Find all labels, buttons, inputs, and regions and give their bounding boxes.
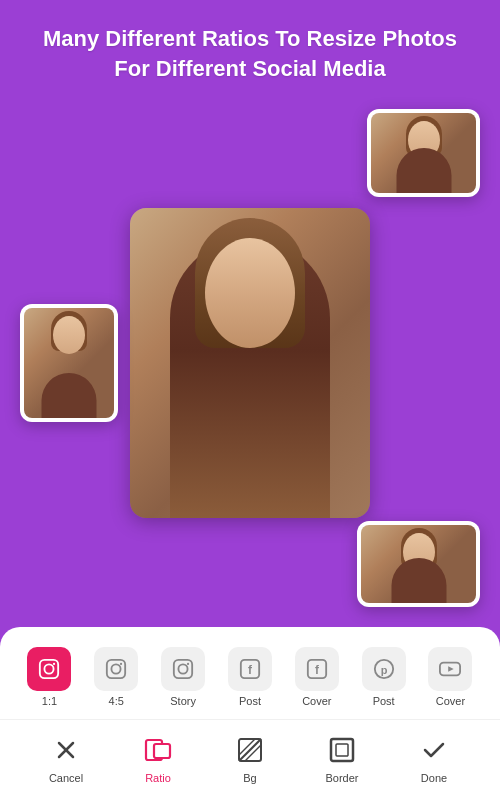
diagonal-pattern-icon [237,737,263,763]
border-icon [324,732,360,768]
bg-icon [232,732,268,768]
ratio-tool-label: Ratio [145,772,171,784]
border-button[interactable]: Border [312,732,372,784]
svg-marker-16 [449,666,455,672]
svg-rect-26 [336,744,348,756]
svg-text:f: f [248,663,252,677]
svg-text:f: f [315,663,319,677]
ratio-label-fb-cover: Cover [302,695,331,707]
svg-point-2 [53,663,55,665]
ratio-item-4-5[interactable]: 4:5 [94,647,138,707]
ratio-icon-pin-post: p [362,647,406,691]
youtube-icon [439,658,461,680]
ratio-icon-yt-cover [428,647,472,691]
done-label: Done [421,772,447,784]
svg-rect-3 [107,660,125,678]
ratio-label-4-5: 4:5 [109,695,124,707]
ratio-label-fb-post: Post [239,695,261,707]
ratio-icon-fb-post: f [228,647,272,691]
ratio-icon-1-1 [27,647,71,691]
facebook-icon-cover: f [306,658,328,680]
photo-collage-area [0,99,500,627]
card-face [53,316,85,354]
ratio-label-pin-post: Post [373,695,395,707]
check-icon [421,737,447,763]
ratio-label-1-1: 1:1 [42,695,57,707]
svg-rect-25 [331,739,353,761]
photo-card-top-right-inner [371,113,476,193]
ratio-tool-icon [144,736,172,764]
header-title: Many Different Ratios To Resize Photos F… [30,24,470,83]
ratio-label-story: Story [170,695,196,707]
bottom-panel: 1:1 4:5 Story [0,627,500,800]
ratio-item-fb-cover[interactable]: f Cover [295,647,339,707]
ratio-icon-story [161,647,205,691]
card-body [391,558,446,603]
ratio-item-yt-cover[interactable]: Cover [428,647,472,707]
instagram-icon-story [172,658,194,680]
ratio-icon-4-5 [94,647,138,691]
border-tool-icon [329,737,355,763]
svg-rect-0 [40,660,58,678]
ratio-button[interactable]: Ratio [128,732,188,784]
photo-card-top-right [367,109,480,197]
ratio-item-1-1[interactable]: 1:1 [27,647,71,707]
ratio-item-fb-post[interactable]: f Post [228,647,272,707]
pinterest-icon: p [373,658,395,680]
svg-rect-20 [154,744,170,758]
svg-point-7 [179,664,188,673]
svg-text:p: p [380,664,387,676]
bg-button[interactable]: Bg [220,732,280,784]
toolbar-row: Cancel Ratio Bg [0,720,500,800]
photo-card-left-inner [24,308,114,418]
photo-card-left [20,304,118,422]
cancel-label: Cancel [49,772,83,784]
main-photo-hair [195,218,305,348]
svg-point-1 [45,664,54,673]
instagram-icon-active [38,658,60,680]
done-button[interactable]: Done [404,732,464,784]
done-icon [416,732,452,768]
facebook-icon-post: f [239,658,261,680]
bg-label: Bg [243,772,256,784]
ratio-selector-row: 1:1 4:5 Story [0,643,500,720]
svg-point-8 [187,663,189,665]
photo-card-bottom-right-inner [361,525,476,603]
close-icon [54,738,78,762]
ratio-item-pin-post[interactable]: p Post [362,647,406,707]
ratio-label-yt-cover: Cover [436,695,465,707]
cancel-icon [48,732,84,768]
card-body [396,148,451,193]
main-photo [130,208,370,518]
svg-line-22 [239,739,261,761]
svg-point-4 [112,664,121,673]
ratio-icon-fb-cover: f [295,647,339,691]
svg-point-5 [120,663,122,665]
ratio-item-story[interactable]: Story [161,647,205,707]
instagram-icon-4-5 [105,658,127,680]
ratio-icon [140,732,176,768]
card-body [42,373,97,418]
header: Many Different Ratios To Resize Photos F… [0,0,500,99]
svg-rect-6 [174,660,192,678]
cancel-button[interactable]: Cancel [36,732,96,784]
photo-card-bottom-right [357,521,480,607]
border-label: Border [325,772,358,784]
